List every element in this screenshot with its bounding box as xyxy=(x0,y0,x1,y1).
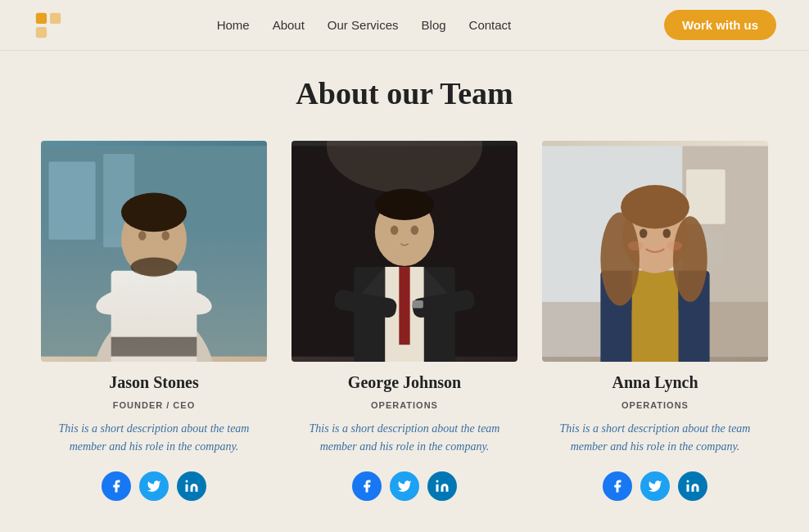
page-title: About our Team xyxy=(41,75,768,111)
main-content: About our Team xyxy=(0,51,809,532)
team-photo-jason xyxy=(41,141,267,362)
twitter-icon-jason[interactable] xyxy=(139,471,169,501)
team-photo-anna xyxy=(542,141,768,362)
nav-services[interactable]: Our Services xyxy=(328,18,399,32)
linkedin-icon-jason[interactable] xyxy=(177,471,206,501)
svg-rect-9 xyxy=(111,337,197,357)
svg-rect-54 xyxy=(687,485,689,492)
svg-rect-8 xyxy=(111,271,197,362)
svg-point-35 xyxy=(436,480,439,482)
svg-point-15 xyxy=(138,231,147,240)
svg-rect-43 xyxy=(631,271,678,362)
svg-point-16 xyxy=(162,231,170,240)
team-desc-george: This is a short description about the te… xyxy=(292,420,517,457)
team-name-anna: Anna Lynch xyxy=(612,373,698,392)
svg-rect-2 xyxy=(36,26,47,37)
main-nav: Home About Our Services Blog Contact xyxy=(217,18,512,32)
nav-about[interactable]: About xyxy=(273,18,305,32)
team-card-george: George Johnson OPERATIONS This is a shor… xyxy=(292,141,517,501)
logo-icon xyxy=(33,10,64,41)
nav-contact[interactable]: Contact xyxy=(469,18,512,32)
facebook-icon-anna[interactable] xyxy=(603,471,632,501)
svg-point-11 xyxy=(164,285,215,319)
svg-point-53 xyxy=(667,241,682,250)
svg-rect-34 xyxy=(436,485,439,492)
team-desc-anna: This is a short description about the te… xyxy=(542,420,768,457)
svg-point-49 xyxy=(621,185,689,228)
svg-point-14 xyxy=(130,258,177,277)
linkedin-icon-anna[interactable] xyxy=(678,471,707,501)
team-grid: Jason Stones FOUNDER / CEO This is a sho… xyxy=(41,141,768,501)
team-role-george: OPERATIONS xyxy=(371,400,438,410)
svg-point-10 xyxy=(93,285,145,319)
team-card-jason: Jason Stones FOUNDER / CEO This is a sho… xyxy=(41,141,267,501)
nav-blog[interactable]: Blog xyxy=(422,18,446,32)
svg-point-32 xyxy=(391,226,399,235)
svg-point-31 xyxy=(375,189,434,220)
site-header: Home About Our Services Blog Contact Wor… xyxy=(0,0,809,51)
facebook-icon-george[interactable] xyxy=(352,471,382,501)
team-socials-anna xyxy=(603,471,707,501)
team-desc-jason: This is a short description about the te… xyxy=(41,420,267,457)
svg-point-47 xyxy=(600,212,640,305)
svg-rect-29 xyxy=(413,300,423,309)
svg-rect-24 xyxy=(399,267,409,345)
svg-point-51 xyxy=(663,228,671,237)
svg-point-55 xyxy=(687,480,689,482)
team-socials-george xyxy=(352,471,457,501)
team-role-anna: OPERATIONS xyxy=(621,400,689,410)
svg-point-50 xyxy=(640,228,648,237)
svg-rect-5 xyxy=(49,162,96,240)
work-with-us-button[interactable]: Work with us xyxy=(664,10,776,40)
team-socials-jason xyxy=(102,471,206,501)
logo xyxy=(33,10,64,41)
svg-rect-1 xyxy=(50,12,61,23)
svg-point-18 xyxy=(186,480,188,482)
svg-point-13 xyxy=(121,193,187,232)
team-name-george: George Johnson xyxy=(348,373,461,392)
twitter-icon-anna[interactable] xyxy=(640,471,670,501)
svg-point-48 xyxy=(673,216,707,302)
svg-rect-39 xyxy=(686,169,725,224)
linkedin-icon-george[interactable] xyxy=(427,471,457,501)
team-role-jason: FOUNDER / CEO xyxy=(113,400,195,410)
svg-point-52 xyxy=(628,241,644,250)
team-photo-george xyxy=(292,141,517,362)
facebook-icon-jason[interactable] xyxy=(102,471,131,501)
team-card-anna: Anna Lynch OPERATIONS This is a short de… xyxy=(542,141,768,501)
nav-home[interactable]: Home xyxy=(217,18,250,32)
svg-rect-17 xyxy=(186,485,188,492)
team-name-jason: Jason Stones xyxy=(109,373,198,392)
svg-point-33 xyxy=(411,226,419,235)
svg-point-7 xyxy=(92,309,216,362)
twitter-icon-george[interactable] xyxy=(390,471,419,501)
svg-rect-0 xyxy=(36,12,47,23)
